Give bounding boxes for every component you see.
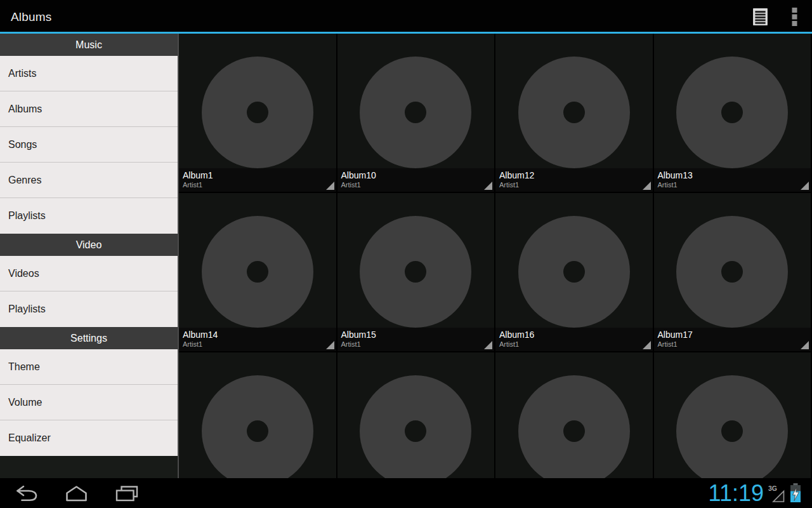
disc-hole bbox=[405, 420, 426, 442]
album-label: Album17Artist1 bbox=[654, 328, 811, 351]
album-tile[interactable]: Album16Artist1 bbox=[495, 193, 653, 351]
album-tile[interactable]: Album10Artist1 bbox=[337, 34, 495, 192]
sidebar-item-playlists[interactable]: Playlists bbox=[0, 291, 178, 327]
sidebar-item-label: Artists bbox=[8, 68, 36, 79]
album-art-disc bbox=[202, 216, 313, 328]
album-art-disc bbox=[360, 57, 471, 168]
recents-button[interactable] bbox=[102, 478, 152, 508]
sidebar-item-volume[interactable]: Volume bbox=[0, 385, 178, 420]
corner-grip-icon bbox=[801, 341, 809, 349]
sidebar-item-label: Songs bbox=[8, 139, 37, 150]
page-title: Albums bbox=[0, 10, 52, 24]
album-tile[interactable]: Album15Artist1 bbox=[337, 193, 495, 351]
overflow-menu-button[interactable] bbox=[776, 1, 812, 33]
album-title: Album12 bbox=[499, 170, 653, 180]
sidebar-item-theme[interactable]: Theme bbox=[0, 349, 178, 385]
album-tile[interactable]: Album1Artist1 bbox=[179, 34, 336, 192]
back-icon bbox=[14, 485, 37, 502]
album-title: Album17 bbox=[658, 330, 811, 340]
album-tile[interactable] bbox=[495, 352, 653, 478]
album-artist: Artist1 bbox=[183, 181, 336, 189]
album-label: Album14Artist1 bbox=[179, 328, 336, 351]
disc-hole bbox=[563, 261, 585, 283]
corner-grip-icon bbox=[643, 341, 651, 349]
sidebar-item-label: Volume bbox=[8, 397, 42, 408]
disc-hole bbox=[721, 261, 743, 283]
album-art-disc bbox=[676, 57, 788, 168]
album-label: Album10Artist1 bbox=[337, 168, 495, 192]
album-tile[interactable]: Album12Artist1 bbox=[495, 34, 653, 192]
album-artist: Artist1 bbox=[341, 181, 495, 189]
album-title: Album1 bbox=[183, 170, 336, 180]
album-title: Album14 bbox=[183, 330, 336, 340]
album-artist: Artist1 bbox=[183, 340, 336, 349]
corner-grip-icon bbox=[326, 182, 334, 190]
sidebar-item-genres[interactable]: Genres bbox=[0, 163, 178, 198]
sidebar: MusicArtistsAlbumsSongsGenresPlaylistsVi… bbox=[0, 34, 179, 478]
disc-hole bbox=[247, 420, 268, 442]
overflow-menu-icon bbox=[792, 8, 797, 26]
disc-hole bbox=[405, 102, 426, 123]
sidebar-item-label: Albums bbox=[8, 104, 42, 115]
back-button[interactable] bbox=[0, 478, 51, 508]
album-label: Album16Artist1 bbox=[495, 328, 653, 351]
album-art-disc bbox=[676, 375, 788, 478]
home-icon bbox=[65, 485, 88, 502]
sidebar-item-label: Equalizer bbox=[8, 432, 51, 444]
album-art-disc bbox=[518, 57, 630, 168]
album-art-disc bbox=[202, 57, 313, 168]
sidebar-item-videos[interactable]: Videos bbox=[0, 256, 178, 291]
sidebar-item-artists[interactable]: Artists bbox=[0, 56, 178, 91]
album-artist: Artist1 bbox=[658, 181, 811, 189]
album-title: Album15 bbox=[341, 330, 495, 340]
sidebar-item-songs[interactable]: Songs bbox=[0, 127, 178, 163]
album-label: Album15Artist1 bbox=[337, 328, 495, 351]
album-grid[interactable]: Album1Artist1Album10Artist1Album12Artist… bbox=[179, 34, 811, 478]
signal-triangle-icon bbox=[772, 490, 785, 503]
album-label: Album12Artist1 bbox=[495, 168, 653, 192]
disc-hole bbox=[247, 261, 268, 283]
disc-hole bbox=[721, 102, 743, 123]
album-tile[interactable] bbox=[337, 352, 495, 478]
disc-hole bbox=[247, 102, 268, 123]
disc-hole bbox=[405, 261, 426, 283]
corner-grip-icon bbox=[643, 182, 651, 190]
album-art-disc bbox=[202, 375, 313, 478]
album-artist: Artist1 bbox=[341, 340, 495, 349]
sidebar-item-equalizer[interactable]: Equalizer bbox=[0, 420, 178, 456]
album-art-disc bbox=[518, 375, 630, 478]
album-title: Album16 bbox=[499, 330, 653, 340]
list-view-button[interactable] bbox=[743, 1, 776, 33]
corner-grip-icon bbox=[326, 341, 334, 349]
album-tile[interactable] bbox=[179, 352, 336, 478]
album-title: Album13 bbox=[658, 170, 811, 180]
album-artist: Artist1 bbox=[499, 340, 653, 349]
album-label: Album1Artist1 bbox=[179, 168, 336, 192]
sidebar-section-header-video: Video bbox=[0, 234, 178, 256]
corner-grip-icon bbox=[801, 182, 809, 190]
network-status: 3G bbox=[768, 484, 785, 503]
sidebar-item-playlists[interactable]: Playlists bbox=[0, 198, 178, 234]
album-tile[interactable]: Album13Artist1 bbox=[654, 34, 811, 192]
album-title: Album10 bbox=[341, 170, 495, 180]
sidebar-item-label: Genres bbox=[8, 175, 41, 186]
album-tile[interactable]: Album17Artist1 bbox=[654, 193, 811, 351]
disc-hole bbox=[563, 102, 585, 123]
home-button[interactable] bbox=[51, 478, 102, 508]
album-art-disc bbox=[518, 216, 630, 328]
album-tile[interactable]: Album14Artist1 bbox=[179, 193, 336, 351]
corner-grip-icon bbox=[484, 182, 492, 190]
navigation-bar: 11:19 3G bbox=[0, 478, 812, 508]
clock: 11:19 bbox=[709, 478, 764, 508]
nav-buttons bbox=[0, 478, 152, 508]
sidebar-item-label: Videos bbox=[8, 268, 39, 279]
album-art-disc bbox=[360, 375, 471, 478]
status-cluster: 11:19 3G bbox=[709, 478, 802, 508]
content-area: MusicArtistsAlbumsSongsGenresPlaylistsVi… bbox=[0, 34, 812, 478]
album-tile[interactable] bbox=[654, 352, 811, 478]
sidebar-section-header-music: Music bbox=[0, 34, 178, 56]
album-label: Album13Artist1 bbox=[654, 168, 811, 192]
sidebar-item-label: Playlists bbox=[8, 304, 46, 315]
sidebar-item-albums[interactable]: Albums bbox=[0, 91, 178, 127]
action-bar: Albums bbox=[0, 0, 812, 34]
